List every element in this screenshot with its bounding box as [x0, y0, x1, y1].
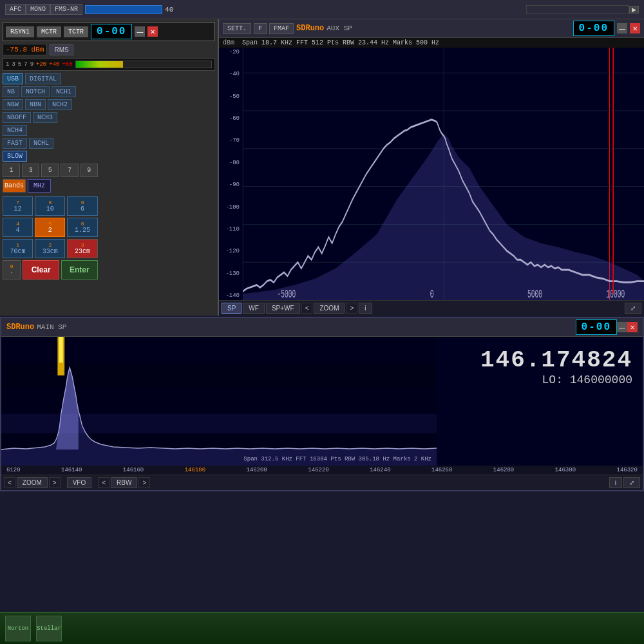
main-vfo-button[interactable]: VFO: [67, 477, 92, 488]
main-spectrum-svg: [1, 337, 437, 466]
nchl-button[interactable]: NCHL: [29, 138, 53, 149]
main-rbw-left[interactable]: <: [98, 477, 109, 488]
freq-label-8: 146280: [493, 467, 514, 473]
sp-button[interactable]: SP: [222, 303, 242, 314]
mode-row-1: USB DIGITAL: [3, 73, 215, 84]
keypad-row2: 712 810 96: [3, 196, 98, 216]
frequency-display: 146.174824: [437, 342, 643, 374]
top-bar: AFC MONO FMS-NR 40 ▶: [0, 0, 644, 19]
bands-button[interactable]: Bands: [3, 179, 26, 193]
level-40: +40: [49, 61, 59, 68]
level-60: +60: [62, 61, 72, 68]
mode-row-4: NBOFF NCH3: [3, 112, 215, 123]
keypad-section: 1 3 5 7 9 Bands MHz 712 810 96: [3, 164, 215, 279]
nch4-button[interactable]: NCH4: [3, 125, 27, 136]
aux-spectrum-controls: SP WF SP+WF < ZOOM > i ⤢: [219, 300, 644, 316]
key-9[interactable]: 9: [80, 164, 98, 177]
f-button[interactable]: F: [254, 23, 267, 34]
fmaf-button[interactable]: FMAF: [269, 23, 294, 34]
key-7[interactable]: 7: [61, 164, 78, 177]
key-23cm[interactable]: 323cm: [67, 239, 97, 258]
tctr-tab[interactable]: TCTR: [64, 26, 88, 37]
close-button[interactable]: ✕: [147, 26, 158, 37]
main-rbw-right[interactable]: >: [138, 477, 150, 488]
mono-button[interactable]: MONO: [26, 4, 50, 15]
aux-expand-button[interactable]: ⤢: [625, 303, 641, 314]
signal-area: -75.8 dBm RMS: [3, 44, 215, 55]
scroll-right-button[interactable]: ▶: [629, 6, 639, 14]
main-sp-minimize[interactable]: —: [617, 322, 627, 332]
dbm-label: dBm: [223, 39, 234, 46]
lo-display: LO: 146000000: [437, 374, 643, 386]
main-sp-close[interactable]: ✕: [627, 322, 638, 332]
nboff-button[interactable]: NBOFF: [3, 112, 31, 123]
aux-sp-minimize[interactable]: —: [617, 23, 627, 33]
key-1[interactable]: 1: [3, 164, 20, 177]
rsyn-tab[interactable]: RSYN1: [6, 26, 34, 37]
main-zoom-label[interactable]: ZOOM: [17, 477, 48, 488]
svg-text:5000: 5000: [527, 288, 542, 300]
keypad-row3: 44 52 61.25: [3, 218, 98, 237]
aux-sp-close[interactable]: ✕: [630, 23, 640, 33]
nbw-button[interactable]: NBW: [3, 99, 23, 110]
fast-button[interactable]: FAST: [3, 138, 27, 149]
key-4[interactable]: 44: [3, 218, 33, 237]
stellar-icon[interactable]: Stellar: [36, 616, 62, 641]
fms-nr-slider[interactable]: [85, 5, 162, 14]
mctr-tab[interactable]: MCTR: [37, 26, 61, 37]
scroll-bar[interactable]: [526, 5, 629, 14]
main-rbw-label[interactable]: RBW: [111, 477, 137, 488]
main-sp-panel: SDRuno MAIN SP 0-00 — ✕: [0, 317, 644, 491]
wf-button[interactable]: WF: [243, 303, 265, 314]
enter-button[interactable]: Enter: [61, 260, 98, 279]
notch-button[interactable]: NOTCH: [21, 86, 50, 97]
rms-button[interactable]: RMS: [50, 44, 73, 55]
main-zoom-right[interactable]: >: [49, 477, 61, 488]
main-sp-body: Span 312.5 KHz FFT 16384 Pts RBW 305.18 …: [1, 337, 643, 466]
main-expand-button[interactable]: ⤢: [623, 477, 640, 488]
key-dot[interactable]: 0·: [3, 260, 21, 279]
clear-button[interactable]: Clear: [23, 260, 59, 279]
nb-button[interactable]: NB: [3, 86, 19, 97]
norton-icon[interactable]: Norton: [5, 616, 31, 641]
spwf-button[interactable]: SP+WF: [266, 303, 300, 314]
usb-button[interactable]: USB: [3, 73, 23, 84]
zoom-right-button[interactable]: >: [346, 303, 357, 314]
slow-button[interactable]: SLOW: [3, 151, 27, 162]
svg-rect-15: [1, 337, 437, 363]
minimize-button[interactable]: —: [135, 26, 145, 37]
key-12[interactable]: 712: [3, 196, 33, 216]
freq-display-area: 146.174824 LO: 146000000: [437, 337, 643, 466]
nbn-button[interactable]: NBN: [25, 99, 46, 110]
digital-button[interactable]: DIGITAL: [25, 73, 61, 84]
aux-sp-header: SETT. F FMAF SDRuno AUX SP 0-00 — ✕: [219, 19, 644, 38]
key-10[interactable]: 810: [35, 196, 65, 216]
aux-sp-info: dBm Span 18.7 KHz FFT 512 Pts RBW 23.44 …: [219, 38, 644, 48]
zoom-button[interactable]: ZOOM: [314, 303, 345, 314]
nch3-button[interactable]: NCH3: [33, 112, 57, 123]
sett-button[interactable]: SETT.: [223, 23, 251, 34]
bands-mhz-row: Bands MHz: [3, 179, 98, 193]
freq-label-2: 146160: [123, 467, 144, 473]
nch2-button[interactable]: NCH2: [48, 99, 72, 110]
main-info-button[interactable]: i: [609, 477, 622, 488]
key-70cm[interactable]: 170cm: [3, 239, 33, 258]
nch1-button[interactable]: NCH1: [52, 86, 76, 97]
info-button[interactable]: i: [359, 303, 372, 314]
key-33cm[interactable]: 233cm: [35, 239, 65, 258]
aux-spectrum-canvas: -20 -40 -50 -60 -70 -80 -90 -100 -110 -1…: [219, 48, 644, 300]
key-3[interactable]: 3: [22, 164, 39, 177]
key-5[interactable]: 5: [41, 164, 59, 177]
afc-button[interactable]: AFC: [5, 4, 26, 15]
mhz-button[interactable]: MHz: [28, 179, 51, 193]
taskbar: Norton Stellar: [0, 612, 644, 644]
freq-label-6: 146240: [370, 467, 390, 473]
main-zoom-left[interactable]: <: [4, 477, 15, 488]
key-6[interactable]: 96: [67, 196, 97, 216]
aux-sp-subtitle: AUX SP: [327, 24, 352, 32]
key-2[interactable]: 52: [35, 218, 65, 237]
zoom-left-button[interactable]: <: [301, 303, 313, 314]
key-1-25[interactable]: 61.25: [67, 218, 97, 237]
fms-nr-button[interactable]: FMS-NR: [50, 4, 82, 15]
mode-row-6: FAST NCHL: [3, 138, 215, 149]
